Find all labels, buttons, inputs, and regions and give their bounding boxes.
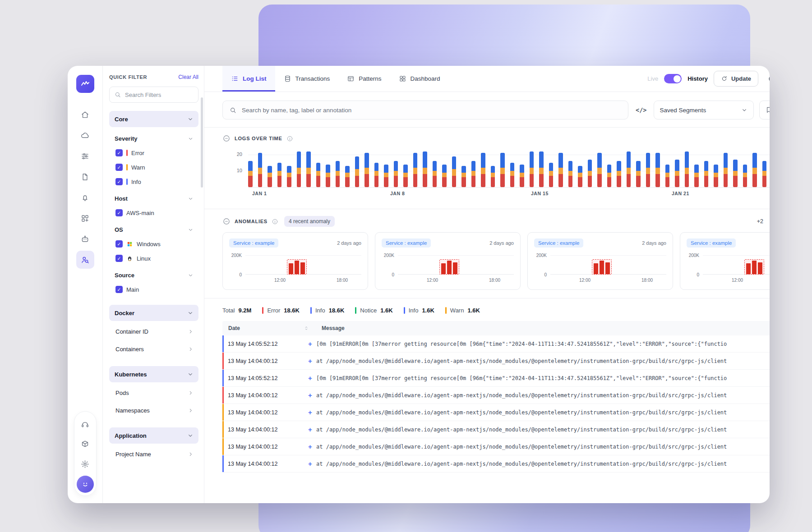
service-chip[interactable]: Service : example (534, 238, 583, 248)
rail-home-button[interactable] (76, 105, 94, 124)
checkbox-checked-icon[interactable]: ✓ (115, 149, 123, 156)
filter-link-containers[interactable]: Containers (109, 340, 198, 358)
log-search[interactable] (222, 101, 628, 119)
anomaly-card[interactable]: Service : example 2 days ago 200K 0 12:0… (680, 232, 770, 290)
log-volume-bar[interactable] (471, 161, 476, 187)
expand-row-button[interactable]: + (304, 374, 316, 382)
log-row[interactable]: 13 May 14:04:00:12 + at /app/node_module… (222, 353, 770, 370)
log-volume-bar[interactable] (675, 160, 679, 187)
log-volume-bar[interactable] (704, 161, 709, 187)
log-volume-bar[interactable] (636, 161, 641, 187)
filter-option-linux[interactable]: ✓ Linux (109, 251, 198, 266)
service-chip[interactable]: Service : example (687, 238, 736, 248)
filter-group-os[interactable]: OS (109, 220, 198, 237)
log-search-input[interactable] (242, 107, 622, 114)
tab-dashboard[interactable]: Dashboard (390, 66, 449, 92)
service-chip[interactable]: Service : example (229, 238, 278, 248)
rail-cloud-button[interactable] (76, 126, 94, 144)
log-row[interactable]: 13 May 14:05:52:12 + [0m [91mERROR[0m [3… (222, 335, 770, 353)
log-row[interactable]: 13 May 14:04:00:12 + at /app/node_module… (222, 421, 770, 438)
rail-gear-button[interactable] (76, 455, 94, 473)
filter-scrollbar[interactable] (201, 97, 203, 188)
time-range-button[interactable] (764, 71, 770, 87)
filter-option-windows[interactable]: ✓ Windows (109, 237, 198, 251)
log-volume-bar[interactable] (588, 160, 592, 187)
filter-section-application[interactable]: Application (109, 427, 198, 444)
log-row[interactable]: 13 May 14:04:00:12 + at /app/node_module… (222, 438, 770, 455)
tab-patterns[interactable]: Patterns (338, 66, 390, 92)
log-volume-bar[interactable] (724, 153, 728, 187)
log-volume-bar[interactable] (374, 163, 379, 187)
log-volume-bar[interactable] (258, 153, 263, 187)
rail-user-search-button[interactable] (76, 251, 94, 269)
log-row[interactable]: 13 May 14:04:00:12 + at /app/node_module… (222, 455, 770, 472)
clear-all-button[interactable]: Clear All (178, 74, 198, 80)
log-volume-bar[interactable] (685, 151, 689, 187)
collapse-section-button[interactable] (222, 134, 231, 142)
log-volume-bar[interactable] (500, 153, 505, 187)
expand-row-button[interactable]: + (304, 426, 316, 433)
log-volume-bar[interactable] (743, 165, 747, 187)
log-volume-bar[interactable] (442, 165, 447, 187)
log-volume-bar[interactable] (627, 151, 631, 187)
tab-transactions[interactable]: Transactions (275, 66, 339, 92)
log-volume-bar[interactable] (549, 163, 554, 187)
log-volume-bar[interactable] (714, 165, 718, 187)
log-volume-bar[interactable] (510, 163, 515, 187)
filter-search-input[interactable] (125, 92, 194, 98)
collapse-section-button[interactable] (222, 217, 231, 225)
log-volume-bar[interactable] (394, 161, 398, 187)
save-segment-button[interactable] (759, 101, 770, 119)
log-volume-bar[interactable] (413, 153, 418, 187)
anomaly-bars[interactable] (592, 259, 612, 275)
checkbox-checked-icon[interactable]: ✓ (115, 240, 123, 248)
filter-option-error[interactable]: ✓ Error (109, 146, 198, 160)
log-volume-bar[interactable] (287, 166, 291, 187)
log-volume-bar[interactable] (316, 163, 321, 187)
log-volume-bar[interactable] (268, 166, 272, 187)
log-volume-bar[interactable] (646, 153, 651, 187)
anomaly-overflow-count[interactable]: +2 (757, 218, 763, 225)
checkbox-checked-icon[interactable]: ✓ (115, 178, 123, 185)
rail-document-button[interactable] (76, 168, 94, 186)
log-volume-bar[interactable] (617, 161, 621, 187)
expand-row-button[interactable]: + (304, 357, 316, 365)
date-column-header[interactable]: Date (228, 325, 240, 331)
log-volume-bar[interactable] (336, 161, 340, 187)
log-volume-bar[interactable] (520, 165, 524, 187)
log-volume-bar[interactable] (297, 151, 301, 187)
log-volume-bar[interactable] (752, 153, 757, 187)
log-volume-bar[interactable] (355, 156, 360, 187)
log-volume-bar[interactable] (491, 166, 495, 187)
log-volume-bar[interactable] (452, 156, 457, 187)
filter-link-project-name[interactable]: Project Name (109, 445, 198, 463)
log-volume-bar[interactable] (306, 151, 311, 187)
filter-link-container-id[interactable]: Container ID (109, 323, 198, 340)
log-volume-bar[interactable] (665, 165, 670, 187)
log-volume-bar[interactable] (248, 161, 253, 187)
filter-group-severity[interactable]: Severity (109, 129, 198, 146)
log-volume-bar[interactable] (481, 153, 485, 187)
log-volume-bar[interactable] (364, 153, 369, 187)
tab-log-list[interactable]: Log List (222, 66, 275, 92)
rail-bell-button[interactable] (76, 188, 94, 206)
rail-package-add-button[interactable] (76, 435, 94, 453)
filter-link-namespaces[interactable]: Namespaces (109, 402, 198, 419)
checkbox-checked-icon[interactable]: ✓ (115, 209, 123, 216)
log-volume-bar[interactable] (558, 153, 563, 187)
log-volume-bar[interactable] (384, 165, 388, 187)
update-button[interactable]: Update (714, 71, 758, 87)
middleware-logo[interactable] (76, 75, 94, 93)
anomaly-bars[interactable] (287, 259, 307, 275)
query-syntax-button[interactable]: </> (634, 104, 648, 116)
log-volume-bar[interactable] (597, 153, 602, 187)
rail-filter-sliders-button[interactable] (76, 147, 94, 165)
checkbox-checked-icon[interactable]: ✓ (115, 255, 123, 262)
expand-row-button[interactable]: + (304, 460, 316, 468)
rail-bot-button[interactable] (76, 230, 94, 248)
anomaly-bars[interactable] (744, 259, 764, 275)
log-volume-bar[interactable] (694, 165, 699, 187)
checkbox-checked-icon[interactable]: ✓ (115, 286, 123, 293)
filter-section-core[interactable]: Core (109, 111, 198, 127)
filter-group-source[interactable]: Source (109, 266, 198, 282)
